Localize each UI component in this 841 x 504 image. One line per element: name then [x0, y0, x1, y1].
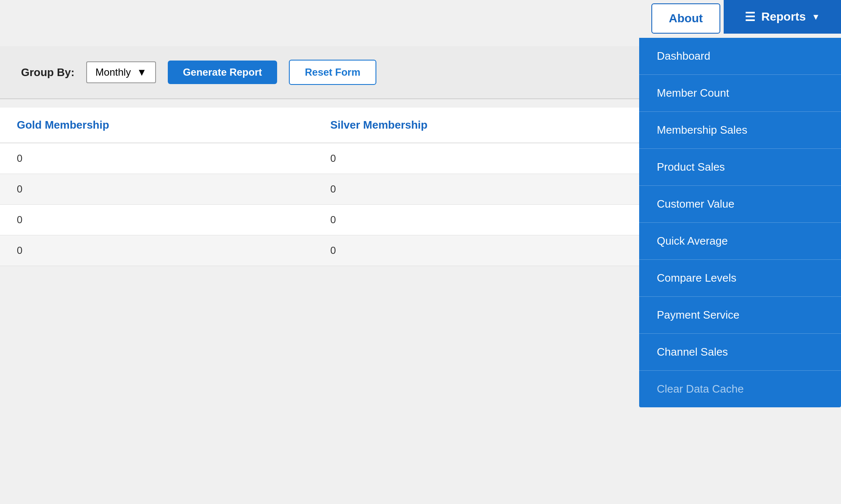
dropdown-item-clear-data-cache[interactable]: Clear Data Cache — [639, 371, 841, 407]
dropdown-item-channel-sales[interactable]: Channel Sales — [639, 334, 841, 371]
dropdown-item-member-count[interactable]: Member Count — [639, 75, 841, 112]
chevron-down-icon: ▼ — [812, 12, 820, 22]
dropdown-item-product-sales[interactable]: Product Sales — [639, 149, 841, 186]
dropdown-chevron-icon: ▼ — [137, 66, 147, 78]
reports-label: Reports — [761, 10, 806, 24]
form-area: Group By: Monthly ▼ Generate Report Rese… — [0, 46, 639, 99]
cell-silver-3: 0 — [314, 235, 639, 266]
group-by-label: Group By: — [21, 66, 74, 79]
table-row: 00 — [0, 143, 639, 174]
dropdown-item-customer-value[interactable]: Customer Value — [639, 186, 841, 223]
top-nav: About ☰ Reports ▼ — [651, 0, 841, 34]
list-icon: ☰ — [745, 10, 755, 24]
cell-silver-2: 0 — [314, 205, 639, 235]
dropdown-item-payment-service[interactable]: Payment Service — [639, 297, 841, 334]
dropdown-item-dashboard[interactable]: Dashboard — [639, 38, 841, 75]
reports-dropdown: DashboardMember CountMembership SalesPro… — [639, 38, 841, 407]
generate-report-button[interactable]: Generate Report — [168, 61, 277, 84]
main-content: About ☰ Reports ▼ DashboardMember CountM… — [0, 0, 841, 504]
table-row: 00 — [0, 174, 639, 205]
table-footer — [0, 266, 639, 279]
table-row: 00 — [0, 235, 639, 266]
col-header-silver: Silver Membership — [314, 108, 639, 143]
table-body: 00000000 — [0, 143, 639, 266]
group-by-select[interactable]: Monthly ▼ — [86, 61, 156, 83]
table-row: 00 — [0, 205, 639, 235]
col-header-gold: Gold Membership — [0, 108, 314, 143]
reports-button[interactable]: ☰ Reports ▼ — [724, 0, 841, 34]
cell-gold-0: 0 — [0, 143, 314, 174]
cell-gold-1: 0 — [0, 174, 314, 205]
cell-silver-1: 0 — [314, 174, 639, 205]
table-wrapper: Gold MembershipSilver Membership 0000000… — [0, 108, 639, 279]
group-by-value: Monthly — [95, 66, 131, 78]
table-head: Gold MembershipSilver Membership — [0, 108, 639, 143]
dropdown-item-quick-average[interactable]: Quick Average — [639, 223, 841, 260]
dropdown-item-compare-levels[interactable]: Compare Levels — [639, 260, 841, 297]
data-table: Gold MembershipSilver Membership 0000000… — [0, 108, 639, 266]
cell-gold-2: 0 — [0, 205, 314, 235]
cell-gold-3: 0 — [0, 235, 314, 266]
table-header-row: Gold MembershipSilver Membership — [0, 108, 639, 143]
about-button[interactable]: About — [651, 3, 721, 34]
reset-form-button[interactable]: Reset Form — [289, 60, 376, 85]
dropdown-item-membership-sales[interactable]: Membership Sales — [639, 112, 841, 149]
cell-silver-0: 0 — [314, 143, 639, 174]
